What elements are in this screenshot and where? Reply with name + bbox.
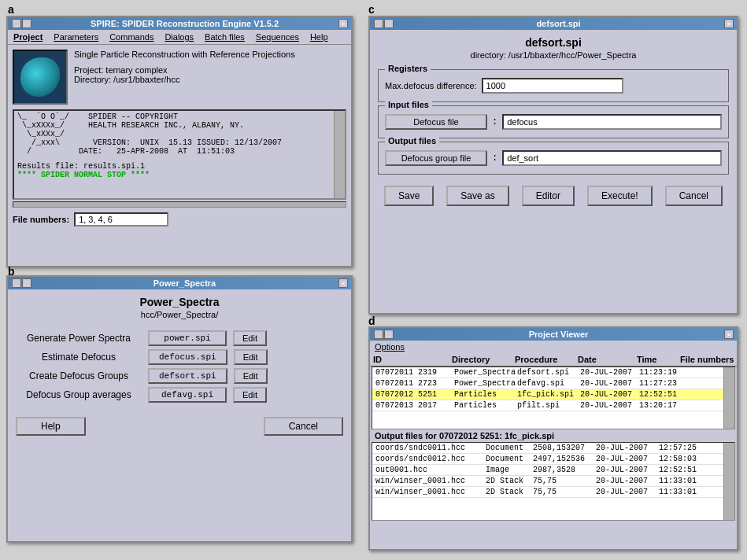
det4-type: 2D Stack	[486, 488, 533, 496]
spire-info: Single Particle Reconstruction with Refe…	[74, 50, 295, 105]
pv-options-menu[interactable]: Options	[370, 341, 737, 353]
ps-edit-btn-1[interactable]: Edit	[234, 349, 268, 365]
ps-row-2: Create Defocus Groups defsort.spi Edit	[16, 368, 343, 384]
table-row-selected[interactable]: 07072012 5251 Particles 1fc_pick.spi 20-…	[372, 389, 734, 400]
row3-dir: Particles	[454, 401, 517, 410]
det0-date: 20-JUL-2007	[596, 444, 659, 452]
menu-dialogs[interactable]: Dialogs	[162, 31, 196, 42]
ps-file-btn-1[interactable]: defocus.spi	[148, 349, 227, 365]
save-button[interactable]: Save	[384, 186, 434, 206]
row2-id: 07072012 5251	[375, 390, 454, 399]
ps-row-0: Generate Power Spectra power.spi Edit	[16, 330, 343, 346]
ps-subtitle: hcc/Power_Spectra/	[8, 310, 351, 327]
ps-bottom-row: Help Cancel	[8, 411, 351, 440]
ps-maximize-btn[interactable]: □	[22, 278, 31, 288]
pv-maximize-btn[interactable]: □	[384, 330, 394, 339]
pv-details-body[interactable]: coords/sndc0011.hcc Document 2508,153207…	[372, 442, 735, 521]
pv-minimize-btn[interactable]: _	[374, 330, 383, 339]
pv-main-scrollbar[interactable]	[723, 367, 734, 429]
row0-dir: Power_Spectra	[454, 368, 517, 377]
pv-table-body[interactable]: 07072011 2319 Power_Spectra defsort.spi …	[372, 367, 735, 429]
table-row[interactable]: 07072011 2723 Power_Spectra defavg.spi 2…	[372, 378, 734, 389]
output-colon: :	[492, 153, 497, 164]
defocus-group-file-input[interactable]	[502, 150, 722, 166]
det1-d1: 2497,152536	[533, 455, 596, 463]
output-files-row: Defocus group file :	[385, 150, 722, 166]
pv-detail-scrollbar[interactable]	[723, 443, 734, 520]
ps-minimize-btn[interactable]: _	[12, 278, 21, 288]
ps-titlebar-text: Power_Spectra	[31, 278, 338, 288]
execute-button[interactable]: Execute!	[587, 186, 653, 206]
spire-project: Project: ternary complex	[74, 65, 295, 75]
table-row[interactable]: 07072013 2017 Particles pfilt.spi 20-JUL…	[372, 400, 734, 411]
cancel-button[interactable]: Cancel	[665, 186, 723, 206]
max-defocus-input[interactable]	[482, 78, 623, 94]
menubar: Project Parameters Commands Dialogs Batc…	[8, 30, 351, 45]
file-numbers-input[interactable]	[74, 212, 168, 227]
spire-directory: Directory: /usr1/bbaxter/hcc	[74, 75, 295, 84]
spire-header: Single Particle Reconstruction with Refe…	[8, 45, 351, 109]
defocus-file-input[interactable]	[502, 114, 722, 130]
ps-file-btn-3[interactable]: defavg.spi	[148, 387, 227, 403]
defocus-file-btn[interactable]: Defocus file	[385, 114, 487, 130]
menu-sequences[interactable]: Sequences	[253, 31, 301, 42]
terminal-scrollbar[interactable]	[334, 111, 345, 198]
defsort-title: defsort.spi	[370, 30, 737, 50]
menu-parameters[interactable]: Parameters	[51, 31, 101, 42]
ps-close-btn[interactable]: ×	[338, 278, 348, 288]
h-scrollbar-a[interactable]	[13, 201, 346, 208]
det4-file: win/winser_0001.hcc	[375, 488, 486, 496]
row3-id: 07072013 2017	[375, 401, 454, 410]
det1-file: coords/sndc0012.hcc	[375, 455, 486, 463]
minimize-btn[interactable]: _	[12, 19, 21, 28]
detail-row[interactable]: coords/sndc0011.hcc Document 2508,153207…	[372, 443, 734, 454]
menu-help[interactable]: Help	[308, 31, 331, 42]
det4-date: 20-JUL-2007	[596, 488, 659, 496]
file-numbers-row: File numbers:	[8, 209, 351, 230]
defocus-group-file-btn[interactable]: Defocus group file	[385, 150, 487, 166]
close-btn[interactable]: ×	[338, 19, 348, 28]
ps-file-btn-0[interactable]: power.spi	[148, 330, 227, 346]
detail-row[interactable]: win/winser_0001.hcc 2D Stack 75,75 20-JU…	[372, 476, 734, 487]
ps-file-btn-2[interactable]: defsort.spi	[148, 368, 227, 384]
ps-label-3: Defocus Group averages	[16, 389, 142, 400]
row0-time: 11:23:19	[639, 368, 682, 377]
menu-commands[interactable]: Commands	[107, 31, 156, 42]
detail-row[interactable]: win/winser_0001.hcc 2D Stack 75,75 20-JU…	[372, 487, 734, 498]
max-defocus-label: Max.defocus difference:	[385, 81, 477, 90]
table-row[interactable]: 07072011 2319 Power_Spectra defsort.spi …	[372, 367, 734, 378]
input-files-group: Input files Defocus file :	[378, 105, 729, 138]
ps-edit-btn-3[interactable]: Edit	[233, 387, 267, 403]
detail-row[interactable]: out0001.hcc Image 2987,3528 20-JUL-2007 …	[372, 465, 734, 476]
menu-batchfiles[interactable]: Batch files	[202, 31, 247, 42]
molecule-image	[13, 50, 68, 105]
menu-project[interactable]: Project	[11, 31, 45, 42]
col-time: Time	[637, 355, 680, 364]
detail-row[interactable]: coords/sndc0012.hcc Document 2497,152536…	[372, 454, 734, 465]
det2-d1: 2987,3528	[533, 466, 596, 474]
defsort-maximize-btn[interactable]: □	[384, 19, 394, 28]
defsort-close-btn[interactable]: ×	[724, 19, 734, 28]
terminal-line-2: \_xXXXx_/ HEALTH RESEARCH INC., ALBANY, …	[17, 121, 342, 130]
ps-help-button[interactable]: Help	[16, 417, 86, 436]
defsort-minimize-btn[interactable]: _	[374, 19, 383, 28]
maximize-btn[interactable]: □	[22, 19, 31, 28]
defsort-buttons: Save Save as Editor Execute! Cancel	[370, 178, 737, 212]
row1-id: 07072011 2723	[375, 379, 454, 388]
editor-button[interactable]: Editor	[522, 186, 575, 206]
panel-label-d: d	[368, 315, 375, 327]
col-procedure: Procedure	[515, 355, 578, 364]
det3-type: 2D Stack	[486, 477, 533, 485]
det4-time: 11:33:01	[659, 488, 706, 496]
det1-time: 12:58:03	[659, 455, 706, 463]
ps-edit-btn-2[interactable]: Edit	[234, 368, 268, 384]
terminal-line-3: \_xXXx_/	[17, 130, 342, 138]
stop-line: **** SPIDER NORMAL STOP ****	[17, 171, 342, 179]
row3-proc: pfilt.spi	[517, 401, 580, 410]
pv-close-btn[interactable]: ×	[724, 330, 734, 339]
input-colon: :	[492, 116, 497, 127]
save-as-button[interactable]: Save as	[446, 186, 508, 206]
ps-cancel-button[interactable]: Cancel	[264, 417, 343, 436]
ps-edit-btn-0[interactable]: Edit	[233, 330, 267, 346]
row0-date: 20-JUL-2007	[580, 368, 639, 377]
